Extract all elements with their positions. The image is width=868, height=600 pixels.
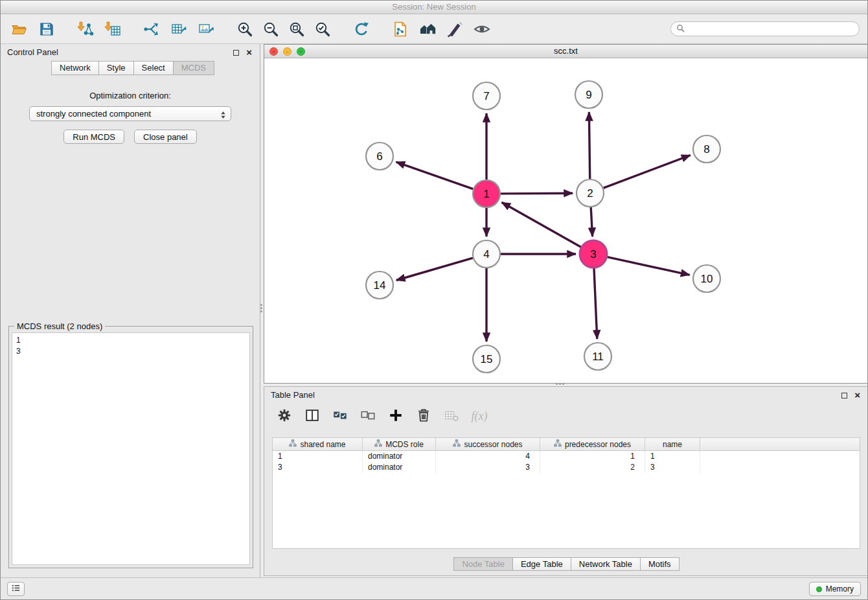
cell-shared-name[interactable]: 3 bbox=[273, 462, 363, 473]
run-mcds-button[interactable]: Run MCDS bbox=[63, 130, 124, 144]
cell-successor-nodes[interactable]: 3 bbox=[436, 462, 540, 473]
tab-select[interactable]: Select bbox=[133, 61, 174, 75]
close-table-panel-icon[interactable]: × bbox=[854, 391, 860, 400]
task-history-button[interactable] bbox=[7, 582, 25, 596]
column-header-mcds-role[interactable]: MCDS role bbox=[363, 438, 436, 450]
graph-node-15[interactable]: 15 bbox=[473, 345, 500, 373]
graph-edge-3-11[interactable] bbox=[594, 268, 597, 339]
network-graph[interactable]: 7968124314101511 bbox=[264, 58, 867, 383]
cell-predecessor-nodes[interactable]: 1 bbox=[540, 451, 645, 462]
network-canvas[interactable]: 7968124314101511 bbox=[264, 58, 867, 383]
graph-node-4[interactable]: 4 bbox=[473, 240, 500, 268]
tab-mcds[interactable]: MCDS bbox=[173, 61, 214, 75]
graph-node-8[interactable]: 8 bbox=[693, 135, 720, 163]
table-header-row: shared name MCDS role successor nodes pr… bbox=[273, 438, 860, 451]
eye-button[interactable] bbox=[471, 18, 493, 40]
column-header-name[interactable]: name bbox=[645, 438, 700, 450]
graph-edge-4-14[interactable] bbox=[396, 258, 473, 280]
tab-style[interactable]: Style bbox=[98, 61, 134, 75]
graph-edge-2-9[interactable] bbox=[589, 112, 589, 179]
criterion-dropdown-value: strongly connected component bbox=[36, 109, 151, 119]
vertical-splitter-handle[interactable] bbox=[260, 303, 263, 313]
tab-edge-table[interactable]: Edge Table bbox=[512, 557, 571, 571]
graph-node-6[interactable]: 6 bbox=[366, 143, 393, 170]
new-network-icon bbox=[143, 21, 160, 38]
close-panel-button[interactable]: Close panel bbox=[134, 130, 197, 144]
brush-button[interactable] bbox=[444, 18, 466, 40]
table-panel: Table Panel × bbox=[264, 386, 868, 576]
import-table-button[interactable] bbox=[102, 18, 124, 40]
zoom-selected-button[interactable] bbox=[312, 18, 334, 40]
graph-node-9[interactable]: 9 bbox=[575, 81, 602, 108]
cell-mcds-role[interactable]: dominator bbox=[363, 462, 436, 473]
document-network-button[interactable] bbox=[389, 18, 411, 40]
add-column-button[interactable] bbox=[386, 406, 405, 426]
table-settings-button[interactable] bbox=[275, 406, 294, 426]
tab-node-table[interactable]: Node Table bbox=[453, 557, 513, 571]
home-network-button[interactable] bbox=[417, 18, 439, 40]
graph-node-14[interactable]: 14 bbox=[366, 271, 393, 299]
cell-successor-nodes[interactable]: 4 bbox=[436, 451, 540, 462]
cell-mcds-role[interactable]: dominator bbox=[363, 451, 436, 462]
cell-name[interactable]: 3 bbox=[645, 462, 700, 473]
graph-edge-3-10[interactable] bbox=[608, 257, 690, 275]
tab-network[interactable]: Network bbox=[51, 61, 99, 75]
table-panel-title: Table Panel bbox=[271, 387, 315, 404]
select-all-button[interactable] bbox=[330, 406, 350, 426]
graph-node-1[interactable]: 1 bbox=[473, 180, 500, 207]
save-session-button[interactable] bbox=[36, 18, 58, 40]
graph-edge-2-8[interactable] bbox=[604, 156, 691, 189]
zoom-fit-button[interactable] bbox=[286, 18, 308, 40]
mcds-result-line: 1 bbox=[16, 335, 246, 346]
float-panel-icon[interactable] bbox=[233, 50, 239, 56]
column-header-predecessor-nodes[interactable]: predecessor nodes bbox=[540, 438, 645, 450]
close-panel-icon[interactable]: × bbox=[246, 48, 252, 57]
criterion-dropdown[interactable]: strongly connected component bbox=[29, 106, 231, 121]
maximize-window-button[interactable]: + bbox=[297, 47, 305, 56]
graph-edge-1-2[interactable] bbox=[501, 193, 573, 194]
horizontal-splitter-handle[interactable] bbox=[554, 382, 565, 386]
cell-name[interactable]: 1 bbox=[645, 451, 700, 462]
memory-button[interactable]: Memory bbox=[809, 582, 861, 596]
graph-node-2[interactable]: 2 bbox=[577, 179, 604, 207]
open-file-button[interactable] bbox=[8, 18, 30, 40]
function-builder-button: f(x) bbox=[470, 406, 489, 426]
mcds-result-list[interactable]: 1 3 bbox=[12, 332, 250, 565]
zoom-in-button[interactable] bbox=[234, 18, 256, 40]
table-row[interactable]: 1 dominator 4 1 1 bbox=[273, 451, 860, 462]
cell-shared-name[interactable]: 1 bbox=[273, 451, 363, 462]
column-header-successor-nodes[interactable]: successor nodes bbox=[436, 438, 540, 450]
tab-motifs[interactable]: Motifs bbox=[640, 557, 680, 571]
export-image-button[interactable] bbox=[195, 18, 217, 40]
graph-node-7[interactable]: 7 bbox=[473, 82, 500, 110]
document-network-icon bbox=[392, 21, 409, 38]
network-window-titlebar[interactable]: × − + scc.txt bbox=[264, 45, 867, 58]
column-header-filler bbox=[700, 438, 860, 450]
zoom-out-button[interactable] bbox=[260, 18, 282, 40]
search-input[interactable] bbox=[688, 25, 854, 34]
cell-predecessor-nodes[interactable]: 2 bbox=[540, 462, 645, 473]
select-all-icon bbox=[332, 408, 348, 425]
graph-node-3[interactable]: 3 bbox=[580, 240, 607, 268]
graph-edge-1-6[interactable] bbox=[396, 162, 474, 189]
table-row[interactable]: 3 dominator 3 2 3 bbox=[273, 462, 860, 473]
deselect-all-button[interactable] bbox=[358, 406, 378, 426]
import-network-button[interactable] bbox=[74, 18, 97, 40]
column-header-shared-name[interactable]: shared name bbox=[273, 438, 363, 450]
delete-column-button[interactable] bbox=[414, 406, 433, 426]
graph-node-10[interactable]: 10 bbox=[693, 265, 720, 292]
refresh-button[interactable] bbox=[350, 18, 372, 40]
graph-edge-2-3[interactable] bbox=[591, 207, 592, 237]
search-box[interactable] bbox=[670, 21, 860, 36]
graph-edge-3-1[interactable] bbox=[502, 202, 581, 247]
float-table-panel-icon[interactable] bbox=[841, 393, 847, 398]
new-table-button[interactable] bbox=[168, 18, 190, 40]
dropdown-arrows-icon bbox=[220, 110, 226, 123]
column-visibility-button[interactable] bbox=[303, 406, 322, 426]
tab-network-table[interactable]: Network Table bbox=[571, 557, 641, 571]
eye-icon bbox=[474, 21, 490, 38]
minimize-window-button[interactable]: − bbox=[283, 47, 291, 56]
close-window-button[interactable]: × bbox=[269, 47, 278, 56]
graph-node-11[interactable]: 11 bbox=[584, 343, 611, 370]
new-network-button[interactable] bbox=[141, 18, 163, 40]
